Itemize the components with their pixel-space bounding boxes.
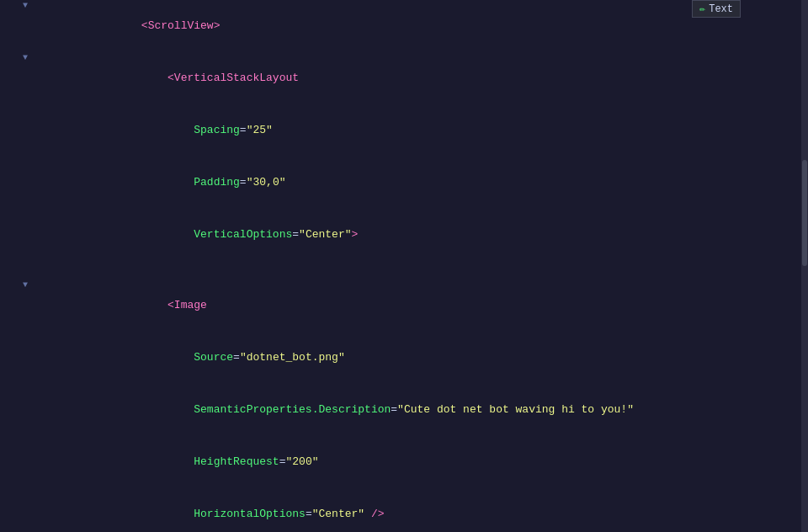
code-line-7: ▼ <Image [0, 279, 808, 332]
fold-icon-2[interactable]: ▼ [23, 53, 28, 62]
code-area[interactable]: ▼ <ScrollView> ▼ <VerticalStackLayout [0, 0, 808, 532]
code-line-8: Source="dotnet_bot.png" [0, 332, 808, 384]
fold-icon-7[interactable]: ▼ [23, 280, 28, 290]
line-content-6 [33, 262, 808, 279]
code-line-3: Spacing="25" [0, 104, 808, 157]
gutter-2: ▼ [3, 53, 33, 62]
line-content-9: SemanticProperties.Description="Cute dot… [33, 385, 808, 435]
line-content-10: HeightRequest="200" [33, 437, 808, 487]
gutter-7: ▼ [3, 280, 33, 290]
code-line-10: HeightRequest="200" [0, 436, 808, 488]
code-line-5: VerticalOptions="Center"> [0, 209, 808, 261]
vertical-scrollbar[interactable] [801, 0, 808, 532]
line-content-5: VerticalOptions="Center"> [33, 210, 808, 260]
line-content-7: <Image [33, 280, 808, 331]
top-hint-bar: ✏ Text [692, 0, 741, 18]
fold-icon-1[interactable]: ▼ [23, 1, 28, 10]
code-line-11: HorizontalOptions="Center" /> [0, 488, 808, 532]
code-line-9: SemanticProperties.Description="Cute dot… [0, 384, 808, 436]
line-content-11: HorizontalOptions="Center" /> [33, 489, 808, 532]
line-content-8: Source="dotnet_bot.png" [33, 332, 808, 383]
code-line-1: ▼ <ScrollView> [0, 0, 808, 52]
line-content-3: Spacing="25" [33, 105, 808, 156]
gutter-1: ▼ [3, 1, 33, 10]
line-content-2: <VerticalStackLayout [33, 53, 808, 104]
top-hint-text: Text [709, 3, 733, 15]
code-line-2: ▼ <VerticalStackLayout [0, 52, 808, 104]
code-line-6 [0, 261, 808, 279]
line-content-4: Padding="30,0" [33, 157, 808, 208]
editor-container: ✏ Text ▼ <ScrollView> ▼ <VerticalStackLa… [0, 0, 808, 532]
scrollbar-thumb[interactable] [802, 160, 807, 266]
pencil-icon: ✏ [699, 3, 705, 15]
code-line-4: Padding="30,0" [0, 157, 808, 209]
